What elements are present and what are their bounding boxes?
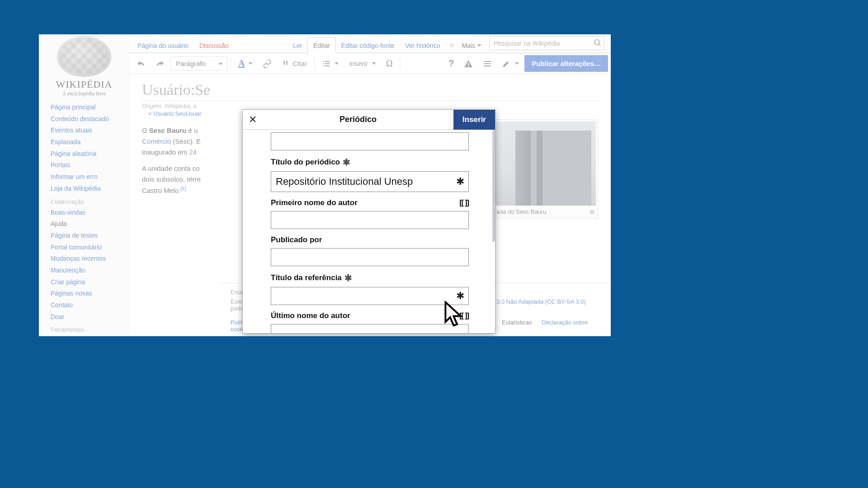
input-last-name[interactable] — [271, 324, 469, 333]
nav-heading-collab: Colaboração — [39, 195, 129, 207]
nav-welcome[interactable]: Boas-vindas — [39, 207, 129, 219]
edit-mode-button[interactable] — [497, 56, 524, 71]
search-icon[interactable] — [591, 39, 604, 48]
input-journal-title[interactable] — [271, 171, 469, 192]
nav-recent[interactable]: Mudanças recentes — [39, 253, 129, 265]
nav-new-pages[interactable]: Páginas novas — [39, 288, 129, 300]
nav-contact[interactable]: Contato — [39, 300, 129, 311]
page-origin: Origem: Wikipédia, a — [142, 103, 598, 109]
required-icon: ✱ — [344, 272, 352, 283]
help-button[interactable]: ? — [444, 56, 458, 71]
nav-random[interactable]: Página aleatória — [39, 148, 129, 160]
label-journal-title: Título do periódico✱ — [271, 157, 469, 168]
citation-dialog: ✕ Periódico Inserir Título do periódico✱… — [242, 109, 495, 333]
undo-button[interactable] — [132, 56, 150, 71]
label-publisher: Publicado por — [271, 235, 469, 244]
input-ref-title[interactable] — [271, 287, 469, 305]
field-prev-partial[interactable] — [271, 132, 469, 150]
paragraph-format-dropdown[interactable]: Parágrafo — [170, 56, 228, 70]
insert-dropdown[interactable]: Inserir — [344, 57, 381, 70]
dialog-insert-button[interactable]: Inserir — [453, 110, 495, 130]
label-ref-title: Título da referência✱ — [271, 272, 469, 283]
input-first-name[interactable] — [271, 211, 469, 229]
nav-esplanada[interactable]: Esplanada — [39, 136, 129, 148]
nav-sandbox[interactable]: Página de testes — [39, 230, 129, 242]
sidebar: WIKIPÉDIA A enciclopédia livre Página pr… — [39, 34, 129, 336]
required-icon: ✱ — [343, 157, 350, 168]
enlarge-icon[interactable]: ⧉ — [590, 208, 594, 216]
editor-toolbar: Parágrafo A Citar Inserir Ω ? Publicar a… — [129, 53, 611, 74]
nav-main-page[interactable]: Página principal — [39, 102, 129, 113]
scrollbar[interactable] — [492, 130, 495, 242]
nav-maintenance[interactable]: Manutenção — [39, 265, 129, 277]
close-icon[interactable]: ✕ — [243, 110, 263, 130]
search-box[interactable] — [490, 37, 604, 50]
cite-button[interactable]: Citar — [277, 56, 311, 71]
infobox-image[interactable] — [484, 122, 596, 206]
link-button[interactable] — [258, 56, 276, 71]
text-style-button[interactable]: A — [234, 56, 257, 71]
svg-rect-0 — [468, 63, 469, 65]
watch-star-icon[interactable]: ★ — [445, 40, 458, 53]
dialog-header: ✕ Periódico Inserir — [243, 110, 495, 130]
nav-featured[interactable]: Conteúdo destacado — [39, 113, 129, 125]
label-first-name: Primeiro nome do autor — [271, 198, 358, 207]
tab-more-dropdown[interactable]: Mais — [458, 38, 485, 53]
separator — [231, 58, 231, 70]
logo-wordmark: WIKIPÉDIA — [39, 79, 129, 90]
svg-rect-1 — [468, 66, 469, 66]
nav-store[interactable]: Loja da Wikipédia — [39, 183, 129, 195]
list-button[interactable] — [317, 56, 344, 71]
logo[interactable]: WIKIPÉDIA A enciclopédia livre — [39, 34, 129, 102]
page-title: Usuário:Se — [142, 81, 598, 101]
tab-user-page[interactable]: Página do usuário — [132, 38, 194, 53]
link-date[interactable]: 24 — [189, 148, 197, 156]
nav-donate[interactable]: Doar — [39, 311, 129, 323]
nav-report[interactable]: Informar um erro — [39, 171, 129, 183]
nav-whatlinkshere[interactable]: Páginas afluentes — [39, 335, 129, 336]
nav-create[interactable]: Criar página — [39, 277, 129, 288]
label-last-name: Último nome do autor — [271, 311, 350, 320]
nav-heading-tools: Ferramentas — [39, 323, 129, 335]
separator — [314, 58, 315, 70]
tab-read[interactable]: Ler — [288, 38, 307, 53]
infobox: Entrada do Sesc Bauru ⧉ — [481, 119, 598, 219]
wikilink-icon[interactable]: [[ ]] — [459, 199, 469, 207]
wikipedia-globe-icon — [57, 36, 111, 77]
nav-help[interactable]: Ajuda — [39, 218, 129, 230]
logo-tagline: A enciclopédia livre — [39, 90, 129, 97]
publish-button[interactable]: Publicar alterações… — [524, 55, 608, 72]
nav-community[interactable]: Portal comunitário — [39, 242, 129, 253]
infobox-caption: Entrada do Sesc Bauru ⧉ — [484, 206, 596, 216]
tab-discussion[interactable]: Discussão — [194, 38, 234, 53]
field-badge-icon: ✱ — [456, 176, 464, 188]
page-tabs: Página do usuário Discussão Ler Editar E… — [129, 34, 611, 53]
tab-edit-source[interactable]: Editar código-fonte — [336, 38, 400, 53]
tab-edit[interactable]: Editar — [307, 37, 336, 53]
nav-current-events[interactable]: Eventos atuais — [39, 125, 129, 136]
link-comercio[interactable]: Comércio — [142, 137, 171, 145]
notices-button[interactable] — [459, 56, 477, 71]
redo-button[interactable] — [151, 56, 169, 71]
special-char-button[interactable]: Ω — [382, 56, 397, 71]
dialog-title: Periódico — [263, 115, 453, 124]
tab-history[interactable]: Ver histórico — [400, 38, 445, 53]
nav-portals[interactable]: Portais — [39, 160, 129, 171]
footer-statistics[interactable]: Estatísticas — [502, 319, 532, 326]
reference-1[interactable]: [1] — [180, 186, 186, 191]
search-input[interactable] — [490, 40, 591, 47]
input-publisher[interactable] — [271, 248, 469, 266]
separator — [400, 58, 401, 70]
cursor-icon — [443, 301, 467, 329]
app-window: WIKIPÉDIA A enciclopédia livre Página pr… — [39, 34, 611, 336]
page-options-button[interactable] — [478, 56, 496, 71]
field-badge-icon: ✱ — [456, 290, 464, 302]
